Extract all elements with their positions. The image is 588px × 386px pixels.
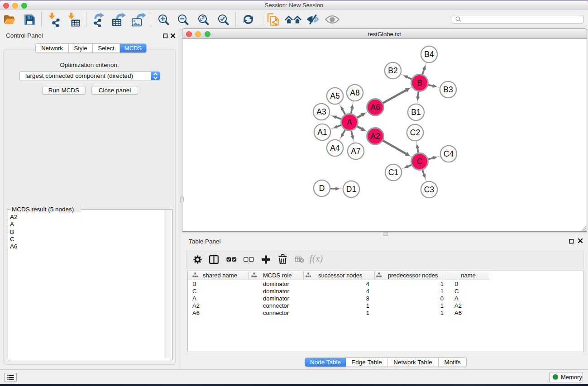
svg-text:A: A	[347, 118, 352, 127]
svg-text:A1: A1	[317, 128, 327, 137]
svg-text:A7: A7	[351, 147, 360, 156]
svg-text:A2: A2	[370, 132, 380, 141]
svg-text:A3: A3	[316, 107, 326, 116]
svg-text:B4: B4	[424, 50, 434, 59]
svg-text:A8: A8	[350, 88, 359, 97]
svg-text:C3: C3	[424, 185, 434, 194]
svg-text:C1: C1	[388, 168, 398, 177]
svg-text:A5: A5	[330, 91, 339, 100]
svg-text:B3: B3	[443, 85, 453, 94]
svg-text:A4: A4	[330, 143, 340, 152]
svg-text:B: B	[417, 78, 422, 87]
svg-text:A6: A6	[370, 103, 380, 112]
svg-text:D1: D1	[346, 185, 356, 194]
svg-text:C2: C2	[410, 128, 420, 137]
svg-text:D: D	[319, 184, 325, 193]
svg-text:B1: B1	[411, 108, 421, 117]
svg-text:C: C	[417, 157, 423, 166]
svg-text:C4: C4	[444, 149, 454, 158]
svg-text:B2: B2	[388, 66, 397, 75]
